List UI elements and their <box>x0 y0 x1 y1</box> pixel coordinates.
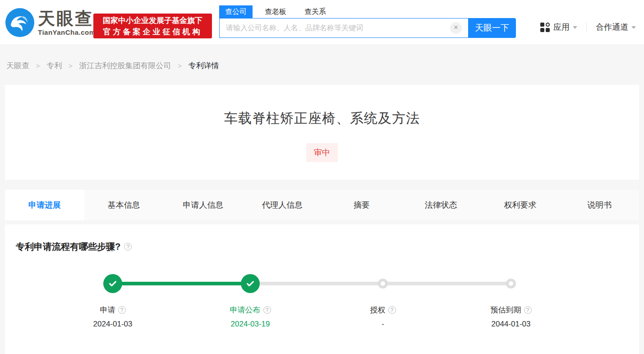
nav-apps-label: 应用 <box>553 22 570 33</box>
search-tabs: 查公司 查老板 查关系 <box>219 5 516 18</box>
logo-domain: TianYanCha.com <box>38 28 96 36</box>
check-icon <box>245 279 255 289</box>
breadcrumb-current: 专利详情 <box>189 61 219 70</box>
tab-specification[interactable]: 说明书 <box>560 190 639 220</box>
nav-apps[interactable]: 应用 <box>540 22 577 33</box>
progress-card: 专利申请流程有哪些步骤? 申请 2024-01-03 <box>5 224 639 354</box>
patent-progress-timeline: 申请 2024-01-03 申请公布 2024-03-19 授权 - <box>5 224 639 354</box>
nav-divider <box>586 23 587 32</box>
search-area: 查公司 查老板 查关系 天眼一下 <box>219 5 516 38</box>
search-tab-company[interactable]: 查公司 <box>219 5 253 18</box>
breadcrumb-separator: > <box>69 62 73 70</box>
help-icon[interactable] <box>118 306 126 314</box>
check-icon <box>108 279 118 289</box>
breadcrumb-patent[interactable]: 专利 <box>46 61 62 70</box>
breadcrumb-separator: > <box>178 62 182 70</box>
clear-search-icon[interactable] <box>450 22 462 34</box>
step-date: 2024-03-19 <box>201 320 300 329</box>
help-icon[interactable] <box>263 306 271 314</box>
help-icon[interactable] <box>388 306 396 314</box>
search-input[interactable] <box>219 18 469 38</box>
check-circle-icon <box>103 274 122 293</box>
patent-title-card: 车载脊柱矫正座椅、系统及方法 审中 <box>5 85 639 180</box>
chevron-down-icon <box>573 26 577 29</box>
timeline-segment-done <box>113 282 250 285</box>
search-button[interactable]: 天眼一下 <box>468 18 516 38</box>
check-circle-icon <box>241 274 260 293</box>
help-icon[interactable] <box>524 306 532 314</box>
step-date: 2024-01-03 <box>63 320 162 329</box>
chevron-down-icon <box>631 26 636 29</box>
detail-tabbar: 申请进展 基本信息 申请人信息 代理人信息 摘要 法律状态 权利要求 说明书 <box>5 190 639 220</box>
nav-partner-channel[interactable]: 合作通道 <box>596 22 636 33</box>
tab-legal-status[interactable]: 法律状态 <box>401 190 481 220</box>
search-tab-relation[interactable]: 查关系 <box>299 5 332 18</box>
breadcrumb-separator: > <box>36 62 40 70</box>
page-title: 车载脊柱矫正座椅、系统及方法 <box>5 109 639 128</box>
tab-abstract[interactable]: 摘要 <box>322 190 401 220</box>
breadcrumb: 天眼查 > 专利 > 浙江吉利控股集团有限公司 > 专利详情 <box>6 61 219 71</box>
tianyancha-logo[interactable]: 天眼查 TianYanCha.com <box>5 8 96 37</box>
header-nav: 应用 合作通道 <box>540 22 636 33</box>
pending-circle-icon <box>378 279 388 289</box>
step-label: 申请公布 <box>230 306 261 314</box>
header: 天眼查 TianYanCha.com 国家中小企业发展子基金旗下 官方备案企业征… <box>0 0 644 45</box>
gov-badge-line2: 官方备案企业征信机构 <box>93 26 212 37</box>
search-tab-boss[interactable]: 查老板 <box>259 5 292 18</box>
gov-certification-badge: 国家中小企业发展子基金旗下 官方备案企业征信机构 <box>93 14 212 38</box>
logo-title: 天眼查 <box>38 9 96 28</box>
tab-basic-info[interactable]: 基本信息 <box>84 190 164 220</box>
step-label: 申请 <box>100 306 115 314</box>
tab-application-progress[interactable]: 申请进展 <box>5 190 84 220</box>
step-label: 授权 <box>370 306 386 314</box>
tab-agent-info[interactable]: 代理人信息 <box>243 190 322 220</box>
nav-partner-label: 合作通道 <box>596 22 628 33</box>
breadcrumb-company[interactable]: 浙江吉利控股集团有限公司 <box>79 61 171 70</box>
step-label: 预估到期 <box>491 306 521 314</box>
tab-claims[interactable]: 权利要求 <box>481 190 560 220</box>
apps-grid-icon <box>540 23 550 32</box>
tab-applicant-info[interactable]: 申请人信息 <box>164 190 243 220</box>
step-date: - <box>333 320 432 329</box>
status-badge: 审中 <box>306 143 338 162</box>
tianyancha-logo-icon <box>5 8 34 37</box>
pending-circle-icon <box>506 279 516 289</box>
breadcrumb-home[interactable]: 天眼查 <box>6 61 29 70</box>
step-date: 2044-01-03 <box>461 320 561 329</box>
gov-badge-line1: 国家中小企业发展子基金旗下 <box>93 15 212 26</box>
